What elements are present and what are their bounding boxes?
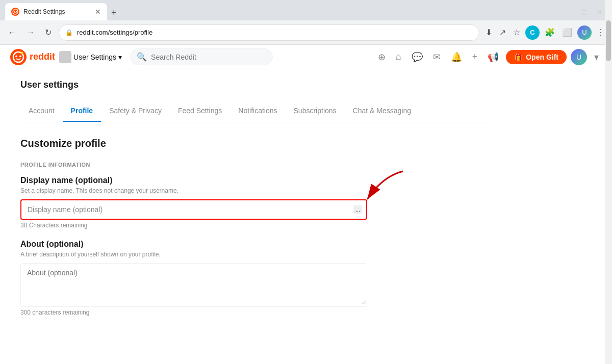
reddit-user-menu[interactable]: ▾ bbox=[591, 49, 602, 65]
customize-profile-title: Customize profile bbox=[20, 138, 490, 149]
search-icon: 🔍 bbox=[137, 52, 147, 62]
display-name-field-group: Display name (optional) Set a display na… bbox=[20, 176, 490, 229]
about-field-group: About (optional) A brief description of … bbox=[20, 240, 490, 316]
reddit-logo[interactable]: reddit bbox=[10, 49, 55, 65]
page-content-area: User settings Account Profile Safety & P… bbox=[0, 69, 612, 364]
active-tab[interactable]: Reddit Settings ✕ bbox=[5, 3, 107, 20]
user-settings-dropdown[interactable]: User Settings ▾ bbox=[59, 51, 122, 63]
reddit-wordmark: reddit bbox=[30, 51, 55, 62]
message-icon[interactable]: ✉ bbox=[430, 49, 444, 65]
new-tab-button[interactable]: + bbox=[107, 6, 121, 20]
address-bar[interactable]: 🔒 reddit.com/settings/profile bbox=[59, 24, 479, 41]
browser-nav-bar: ← → ↻ 🔒 reddit.com/settings/profile ⬇ ↗ … bbox=[0, 20, 612, 45]
chat-icon[interactable]: 💬 bbox=[409, 49, 426, 65]
svg-point-11 bbox=[21, 51, 23, 54]
sidebar-icon[interactable]: ⬜ bbox=[560, 25, 574, 39]
browser-title-bar: Reddit Settings ✕ + — □ ✕ bbox=[0, 0, 612, 20]
tab-chat-messaging[interactable]: Chat & Messaging bbox=[345, 100, 419, 122]
bookmark-icon[interactable]: ☆ bbox=[511, 25, 522, 39]
search-bar[interactable]: 🔍 bbox=[130, 48, 273, 65]
about-description: A brief description of yourself shown on… bbox=[20, 251, 490, 258]
char-count-badge: ... bbox=[353, 205, 362, 214]
svg-point-5 bbox=[16, 9, 17, 10]
reddit-user-avatar[interactable]: U bbox=[571, 49, 587, 65]
open-gift-label: Open Gift bbox=[526, 53, 558, 61]
scrollbar[interactable] bbox=[605, 0, 612, 364]
reddit-top-bar: reddit User Settings ▾ 🔍 ⊕ ⌂ 💬 ✉ 🔔 + 📢 🎁… bbox=[0, 45, 612, 69]
about-textarea[interactable] bbox=[21, 264, 367, 304]
user-settings-thumb-icon bbox=[59, 51, 71, 63]
post-icon[interactable]: ⊕ bbox=[375, 49, 389, 65]
scrollbar-thumb[interactable] bbox=[606, 20, 611, 61]
reddit-snoo-icon bbox=[10, 49, 27, 65]
user-settings-label: User Settings bbox=[73, 53, 116, 61]
address-text: reddit.com/settings/profile bbox=[77, 29, 473, 36]
back-button[interactable]: ← bbox=[5, 26, 19, 39]
display-name-char-remaining: 30 Characters remaining bbox=[20, 222, 367, 229]
settings-tabs: Account Profile Safety & Privacy Feed Se… bbox=[20, 100, 490, 122]
plus-icon[interactable]: + bbox=[469, 49, 481, 64]
reddit-logo-area: reddit User Settings ▾ bbox=[10, 49, 122, 65]
dropdown-chevron-icon: ▾ bbox=[118, 53, 122, 61]
bell-icon[interactable]: 🔔 bbox=[448, 49, 465, 65]
maximize-button[interactable]: □ bbox=[578, 6, 591, 18]
about-label: About (optional) bbox=[20, 240, 490, 249]
svg-point-4 bbox=[16, 11, 17, 12]
minimize-button[interactable]: — bbox=[561, 6, 576, 18]
gift-icon: 🎁 bbox=[514, 53, 523, 61]
tab-close-btn[interactable]: ✕ bbox=[95, 8, 101, 16]
tab-title: Reddit Settings bbox=[23, 8, 91, 15]
svg-point-10 bbox=[19, 55, 21, 57]
display-name-input-wrapper: ... bbox=[20, 199, 367, 220]
extensions-puzzle-icon[interactable]: 🧩 bbox=[543, 25, 557, 39]
display-name-input-area: ... 30 Characters remaining bbox=[20, 199, 367, 229]
tab-profile[interactable]: Profile bbox=[63, 100, 101, 122]
broadcast-icon[interactable]: 📢 bbox=[484, 49, 502, 65]
share-icon[interactable]: ↗ bbox=[497, 25, 508, 39]
display-name-label: Display name (optional) bbox=[20, 176, 490, 185]
extensions-icon[interactable]: C bbox=[525, 25, 540, 40]
tab-notifications[interactable]: Notifications bbox=[230, 100, 285, 122]
home-icon[interactable]: ⌂ bbox=[393, 49, 404, 64]
forward-button[interactable]: → bbox=[23, 26, 38, 39]
tab-favicon bbox=[11, 8, 19, 16]
tab-bar: Reddit Settings ✕ + bbox=[5, 4, 557, 20]
open-gift-button[interactable]: 🎁 Open Gift bbox=[506, 50, 567, 64]
window-controls: — □ ✕ bbox=[561, 6, 607, 18]
display-name-description: Set a display name. This does not change… bbox=[20, 187, 490, 194]
page-content: User settings Account Profile Safety & P… bbox=[0, 69, 510, 336]
display-name-input[interactable] bbox=[21, 200, 366, 219]
browser-user-avatar[interactable]: U bbox=[577, 25, 592, 40]
tab-feed-settings[interactable]: Feed Settings bbox=[170, 100, 230, 122]
svg-point-3 bbox=[14, 11, 15, 12]
page-title: User settings bbox=[20, 80, 490, 90]
svg-point-9 bbox=[15, 55, 17, 57]
reddit-nav-icons: ⊕ ⌂ 💬 ✉ 🔔 + 📢 🎁 Open Gift U ▾ bbox=[375, 49, 602, 65]
tab-safety-privacy[interactable]: Safety & Privacy bbox=[101, 100, 170, 122]
download-icon[interactable]: ⬇ bbox=[483, 25, 494, 39]
search-input[interactable] bbox=[151, 53, 266, 61]
lock-icon: 🔒 bbox=[65, 29, 73, 36]
about-char-remaining: 300 characters remaining bbox=[20, 309, 490, 316]
section-label-profile-info: PROFILE INFORMATION bbox=[20, 162, 490, 168]
nav-icons-right: ⬇ ↗ ☆ C 🧩 ⬜ U ⋮ bbox=[483, 25, 607, 40]
refresh-button[interactable]: ↻ bbox=[42, 25, 55, 39]
tab-subscriptions[interactable]: Subscriptions bbox=[286, 100, 345, 122]
tab-account[interactable]: Account bbox=[20, 100, 63, 122]
about-textarea-wrapper bbox=[20, 263, 367, 307]
